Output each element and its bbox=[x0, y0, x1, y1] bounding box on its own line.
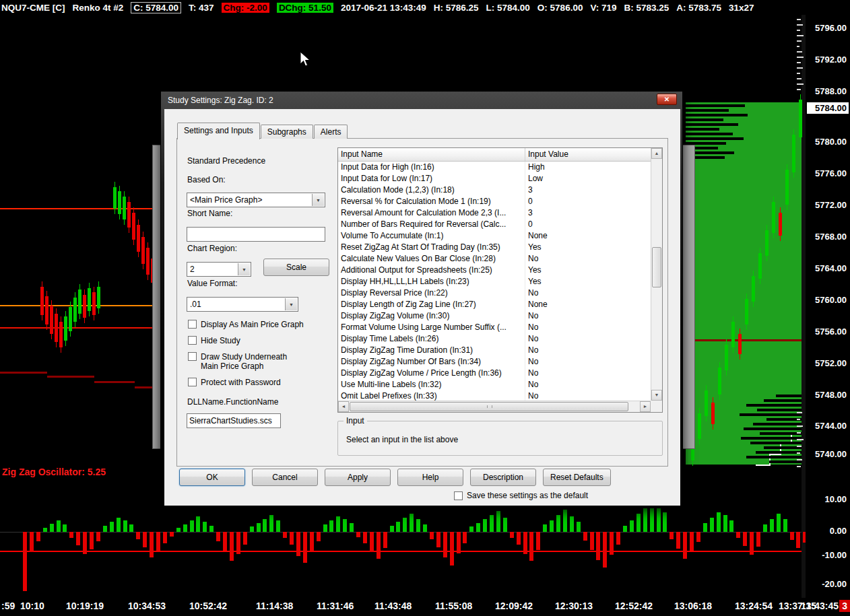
table-row[interactable]: Reversal Amount for Calculation Mode 2,3… bbox=[338, 207, 651, 219]
input-name-cell: Display HH,HL,LL,LH Labels (In:23) bbox=[338, 276, 525, 287]
tab-alerts[interactable]: Alerts bbox=[314, 125, 348, 139]
input-name-cell: Reversal Amount for Calculation Mode 2,3… bbox=[338, 207, 525, 219]
table-row[interactable]: Volume To Accumulate (In:1)None bbox=[338, 230, 651, 242]
table-row[interactable]: Display Time Labels (In:26)No bbox=[338, 333, 651, 345]
input-name-cell: Display Length of Zig Zag Line (In:27) bbox=[338, 299, 525, 310]
time-axis[interactable]: 3 :5910:1010:19:1910:34:5310:52:4211:14:… bbox=[0, 598, 850, 616]
dll-name-input[interactable] bbox=[187, 413, 281, 428]
chevron-down-icon[interactable]: ▼ bbox=[238, 263, 250, 275]
price-label: 5772.00 bbox=[815, 200, 847, 210]
input-value-cell: No bbox=[525, 368, 651, 379]
checkbox-label: Display As Main Price Graph bbox=[201, 320, 304, 329]
help-button[interactable]: Help bbox=[397, 469, 463, 486]
price-label: 5752.00 bbox=[815, 358, 847, 368]
checkbox-item[interactable]: Draw Study Underneath Main Price Graph bbox=[188, 352, 306, 371]
checkbox-box[interactable] bbox=[188, 352, 197, 361]
checkbox-box[interactable] bbox=[454, 491, 463, 500]
standard-precedence-label: Standard Precedence bbox=[187, 156, 265, 166]
price-label: 5768.00 bbox=[815, 232, 847, 242]
dll-name-label: DLLName.FunctionName bbox=[187, 397, 278, 407]
table-row[interactable]: Number of Bars Required for Reversal (Ca… bbox=[338, 219, 651, 230]
input-value-cell: No bbox=[525, 356, 651, 368]
table-row[interactable]: Use Multi-line Labels (In:32)No bbox=[338, 379, 651, 390]
tab-settings-and-inputs[interactable]: Settings and Inputs bbox=[177, 123, 260, 139]
input-name-cell: Additional Output for Spreadsheets (In:2… bbox=[338, 265, 525, 276]
chevron-down-icon[interactable]: ▼ bbox=[312, 194, 324, 206]
scale-button[interactable]: Scale bbox=[263, 259, 329, 276]
description-button[interactable]: Description bbox=[470, 469, 536, 486]
value-format-label: Value Format: bbox=[187, 279, 237, 288]
checkbox-box[interactable] bbox=[188, 336, 197, 345]
price-label: 5796.00 bbox=[815, 23, 847, 33]
price-label: 5764.00 bbox=[815, 263, 847, 273]
column-header-input-value[interactable]: Input Value bbox=[525, 148, 651, 161]
table-row[interactable]: Display Reversal Price (In:22)No bbox=[338, 287, 651, 299]
input-name-cell: Input Data for High (In:16) bbox=[338, 162, 525, 173]
price-label: -10.00 bbox=[822, 550, 847, 560]
horizontal-scrollbar[interactable]: ◄ ► bbox=[338, 401, 651, 412]
price-axis[interactable]: 5796.005792.005788.005784.005780.005776.… bbox=[806, 0, 850, 616]
table-row[interactable]: Display ZigZag Number Of Bars (In:34)No bbox=[338, 356, 651, 368]
dialog-button-row: OKCancelApplyHelpDescriptionReset Defaul… bbox=[179, 469, 611, 486]
value-format-dropdown[interactable]: .01 ▼ bbox=[187, 297, 298, 312]
price-label: -20.00 bbox=[822, 579, 847, 589]
table-row[interactable]: Format Volume Using Large Number Suffix … bbox=[338, 322, 651, 333]
table-row[interactable]: Display ZigZag Volume / Price Length (In… bbox=[338, 368, 651, 379]
checkbox-item[interactable]: Protect with Password bbox=[188, 378, 281, 387]
close-button[interactable]: ✕ bbox=[657, 94, 677, 105]
ok-button[interactable]: OK bbox=[179, 469, 245, 486]
save-default-checkbox[interactable]: Save these settings as the default bbox=[454, 491, 588, 500]
based-on-dropdown[interactable]: <Main Price Graph> ▼ bbox=[187, 193, 325, 207]
table-row[interactable]: Calculation Mode (1,2,3) (In:18)3 bbox=[338, 184, 651, 196]
table-row[interactable]: Input Data for Low (In:17)Low bbox=[338, 173, 651, 184]
scroll-left-arrow-icon[interactable]: ◄ bbox=[338, 401, 349, 412]
table-row[interactable]: Omit Label Prefixes (In:33)No bbox=[338, 390, 651, 401]
table-row[interactable]: Input Data for High (In:16)High bbox=[338, 162, 651, 173]
checkbox-item[interactable]: Display As Main Price Graph bbox=[188, 320, 304, 329]
short-name-input[interactable] bbox=[187, 227, 325, 242]
apply-button[interactable]: Apply bbox=[325, 469, 391, 486]
column-header-input-name[interactable]: Input Name bbox=[338, 148, 525, 161]
checkbox-box[interactable] bbox=[188, 378, 197, 386]
chart-region-dropdown[interactable]: 2 ▼ bbox=[187, 262, 251, 277]
tab-subgraphs[interactable]: Subgraphs bbox=[261, 125, 313, 139]
price-label: 0.00 bbox=[830, 526, 847, 536]
input-group-box: Input Select an input in the list above bbox=[337, 421, 663, 456]
vertical-scrollbar[interactable]: ▲ ▼ bbox=[651, 148, 662, 401]
input-value-cell: No bbox=[525, 287, 651, 299]
close-icon: ✕ bbox=[664, 96, 669, 103]
horizontal-scroll-thumb[interactable] bbox=[350, 402, 628, 411]
input-group-text: Select an input in the list above bbox=[346, 435, 458, 444]
scroll-down-arrow-icon[interactable]: ▼ bbox=[651, 390, 662, 401]
table-row[interactable]: Additional Output for Spreadsheets (In:2… bbox=[338, 265, 651, 276]
table-header[interactable]: Input Name Input Value bbox=[338, 148, 651, 162]
table-row[interactable]: Calculate New Values On Bar Close (In:28… bbox=[338, 253, 651, 265]
reset-defaults-button[interactable]: Reset Defaults bbox=[543, 469, 611, 486]
chevron-down-icon[interactable]: ▼ bbox=[285, 298, 297, 310]
table-row[interactable]: Display ZigZag Time Duration (In:31)No bbox=[338, 345, 651, 356]
table-row[interactable]: Display Length of Zig Zag Line (In:27)No… bbox=[338, 299, 651, 310]
input-value-cell: Yes bbox=[525, 265, 651, 276]
time-label: 13:24:54 bbox=[735, 601, 773, 611]
table-row[interactable]: Reversal % for Calculation Mode 1 (In:19… bbox=[338, 196, 651, 207]
time-label: 11:43:48 bbox=[374, 601, 412, 611]
checkbox-item[interactable]: Hide Study bbox=[188, 336, 240, 345]
vertical-scroll-thumb[interactable] bbox=[652, 247, 661, 287]
scroll-up-arrow-icon[interactable]: ▲ bbox=[651, 148, 662, 159]
value-format-value: .01 bbox=[190, 300, 201, 309]
checkbox-label: Hide Study bbox=[201, 336, 240, 345]
time-label: 11:55:08 bbox=[435, 601, 472, 611]
table-row[interactable]: Reset ZigZag At Start Of Trading Day (In… bbox=[338, 242, 651, 253]
input-name-cell: Reversal % for Calculation Mode 1 (In:19… bbox=[338, 196, 525, 207]
input-value-cell: No bbox=[525, 345, 651, 356]
cancel-button[interactable]: Cancel bbox=[252, 469, 318, 486]
table-row[interactable]: Display ZigZag Volume (In:30)No bbox=[338, 310, 651, 322]
table-row[interactable]: Display HH,HL,LL,LH Labels (In:23)Yes bbox=[338, 276, 651, 287]
checkbox-box[interactable] bbox=[188, 320, 197, 329]
mouse-cursor bbox=[299, 51, 313, 69]
info-field: DChg: 51.50 bbox=[277, 3, 333, 13]
scroll-right-arrow-icon[interactable]: ► bbox=[640, 401, 651, 412]
info-field: V: 719 bbox=[590, 3, 616, 13]
info-field: L: 5784.00 bbox=[486, 3, 530, 13]
dialog-titlebar[interactable]: Study Settings: Zig Zag. ID: 2 ✕ bbox=[161, 92, 682, 109]
